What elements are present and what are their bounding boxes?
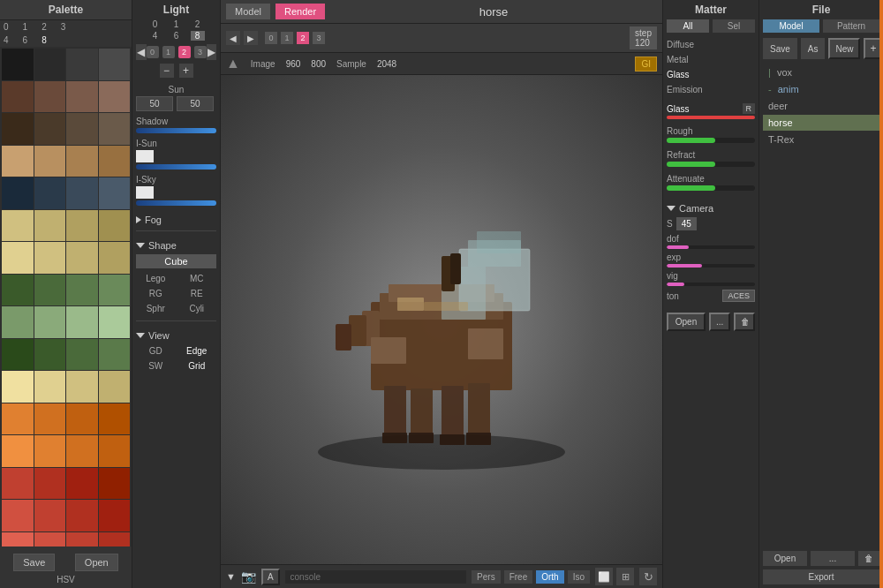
color-swatch-10[interactable] — [66, 113, 98, 145]
color-swatch-53[interactable] — [34, 468, 66, 500]
color-swatch-56[interactable] — [2, 500, 34, 531]
view-sw[interactable]: SW — [136, 359, 176, 373]
file-new-button[interactable]: New — [828, 38, 860, 59]
color-swatch-8[interactable] — [2, 113, 34, 145]
color-swatch-35[interactable] — [99, 306, 131, 338]
pers-button[interactable]: Pers — [472, 570, 501, 584]
file-open-button[interactable]: Open — [763, 551, 807, 566]
file-tab-model[interactable]: Model — [763, 19, 819, 33]
view-edge[interactable]: Edge — [177, 344, 217, 358]
palette-num-3[interactable]: 3 — [61, 22, 66, 32]
light-num-4[interactable]: 4 — [148, 31, 162, 41]
matter-tab-sel[interactable]: Sel — [713, 19, 755, 33]
attenuate-slider[interactable] — [667, 185, 755, 191]
r-badge[interactable]: R — [743, 103, 756, 114]
file-save-button[interactable]: Save — [763, 38, 797, 59]
file-trash-button[interactable]: 🗑 — [858, 551, 879, 566]
matter-metal[interactable]: Metal — [667, 53, 755, 66]
a-button[interactable]: A — [261, 569, 280, 585]
camera-icon[interactable]: 📷 — [241, 569, 256, 584]
matter-glass[interactable]: Glass — [667, 68, 755, 81]
color-swatch-49[interactable] — [34, 435, 66, 467]
light-next-button[interactable]: ▶ — [207, 44, 217, 60]
triangle-up-icon[interactable]: ▲ — [226, 56, 240, 72]
color-swatch-51[interactable] — [99, 435, 131, 467]
color-swatch-2[interactable] — [66, 49, 98, 80]
view-grid[interactable]: Grid — [177, 359, 217, 373]
color-swatch-5[interactable] — [34, 81, 66, 113]
color-swatch-29[interactable] — [34, 275, 66, 306]
render-tab[interactable]: Render — [275, 4, 325, 19]
color-swatch-55[interactable] — [99, 468, 131, 500]
file-dots-button[interactable]: ... — [811, 551, 855, 566]
shape-lego[interactable]: Lego — [136, 272, 176, 285]
dof-slider[interactable] — [667, 245, 755, 249]
matter-dots-button[interactable]: ... — [709, 313, 730, 331]
vp-dot-3[interactable]: 3 — [313, 32, 325, 44]
i-sky-slider[interactable] — [136, 200, 216, 206]
color-swatch-61[interactable] — [34, 532, 66, 547]
light-num-8[interactable]: 8 — [191, 31, 205, 41]
color-swatch-15[interactable] — [99, 146, 131, 177]
shape-cyli[interactable]: Cyli — [177, 302, 217, 315]
grid-button-1[interactable]: ⬜ — [595, 568, 613, 585]
palette-num-6[interactable]: 6 — [23, 35, 28, 45]
orth-button[interactable]: Orth — [536, 570, 563, 584]
color-swatch-23[interactable] — [99, 210, 131, 242]
color-swatch-36[interactable] — [2, 339, 34, 371]
shape-row[interactable]: Shape — [136, 240, 216, 251]
color-swatch-54[interactable] — [66, 468, 98, 500]
light-minus-button[interactable]: − — [160, 64, 174, 78]
iso-button[interactable]: Iso — [568, 570, 590, 584]
color-swatch-0[interactable] — [2, 49, 34, 80]
matter-trash-button[interactable]: 🗑 — [734, 313, 755, 331]
color-swatch-48[interactable] — [2, 435, 34, 467]
palette-open-button[interactable]: Open — [75, 554, 118, 571]
color-swatch-52[interactable] — [2, 468, 34, 500]
viewport[interactable] — [221, 75, 662, 564]
light-prev-button[interactable]: ◀ — [136, 44, 147, 60]
color-swatch-28[interactable] — [2, 275, 34, 306]
color-swatch-45[interactable] — [34, 403, 66, 435]
shape-rg[interactable]: RG — [136, 287, 176, 300]
palette-num-8[interactable]: 8 — [42, 35, 47, 45]
color-swatch-17[interactable] — [34, 177, 66, 209]
color-swatch-37[interactable] — [34, 339, 66, 371]
i-sun-color[interactable] — [136, 150, 154, 162]
color-swatch-6[interactable] — [66, 81, 98, 113]
palette-num-2[interactable]: 2 — [42, 22, 47, 32]
light-num-0[interactable]: 0 — [148, 19, 162, 29]
exp-slider[interactable] — [667, 264, 755, 268]
color-swatch-32[interactable] — [2, 306, 34, 338]
light-dot-3[interactable]: 3 — [194, 46, 207, 58]
sun-input-2[interactable] — [177, 96, 214, 111]
color-swatch-16[interactable] — [2, 177, 34, 209]
color-swatch-7[interactable] — [99, 81, 131, 113]
i-sky-color[interactable] — [136, 186, 154, 199]
color-swatch-33[interactable] — [34, 306, 66, 338]
shape-mc[interactable]: MC — [177, 272, 217, 285]
refract-slider[interactable] — [667, 162, 755, 167]
view-gd[interactable]: GD — [136, 344, 176, 358]
color-swatch-24[interactable] — [2, 242, 34, 274]
color-swatch-39[interactable] — [99, 339, 131, 371]
color-swatch-50[interactable] — [66, 435, 98, 467]
color-swatch-60[interactable] — [2, 532, 34, 547]
palette-save-button[interactable]: Save — [13, 554, 55, 571]
color-swatch-11[interactable] — [99, 113, 131, 145]
refresh-button[interactable]: ↻ — [639, 568, 657, 585]
color-swatch-4[interactable] — [2, 81, 34, 113]
file-item-trex[interactable]: T-Rex — [763, 132, 879, 147]
color-swatch-9[interactable] — [34, 113, 66, 145]
color-swatch-41[interactable] — [34, 371, 66, 403]
file-item-vox[interactable]: | vox — [763, 64, 879, 80]
file-item-horse[interactable]: horse — [763, 115, 879, 131]
glass-slider[interactable] — [667, 116, 755, 119]
free-button[interactable]: Free — [504, 570, 533, 584]
fog-row[interactable]: Fog — [136, 215, 216, 225]
grid-button-2[interactable]: ⊞ — [616, 568, 634, 585]
rough-slider[interactable] — [667, 138, 755, 143]
shadow-slider[interactable] — [136, 128, 216, 133]
color-swatch-13[interactable] — [34, 146, 66, 177]
color-swatch-44[interactable] — [2, 403, 34, 435]
